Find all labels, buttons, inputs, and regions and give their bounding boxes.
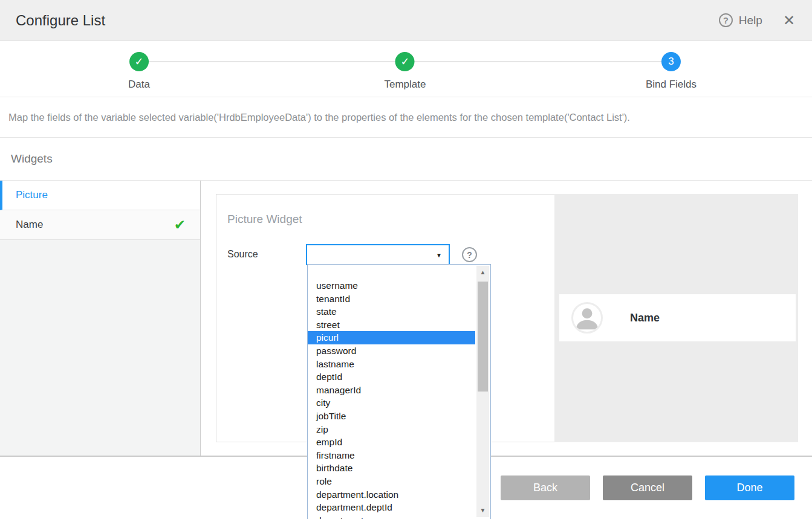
dropdown-option[interactable]: username	[308, 279, 475, 292]
mapped-check-icon: ✔	[174, 217, 186, 233]
dropdown-option[interactable]: city	[308, 396, 475, 410]
widgets-sidebar: Picture Name ✔	[0, 181, 201, 456]
help-link[interactable]: Help	[739, 14, 762, 27]
dropdown-option[interactable]: birthdate	[308, 462, 475, 475]
done-button[interactable]: Done	[705, 475, 794, 500]
dropdown-option[interactable]: empId	[308, 436, 475, 449]
dropdown-option[interactable]: street	[308, 318, 475, 332]
step-bind-fields[interactable]: 3 Bind Fields	[646, 52, 697, 91]
dropdown-option[interactable]: password	[308, 344, 475, 358]
wizard-steps: ✓ Data ✓ Template 3 Bind Fields	[0, 41, 812, 97]
cancel-button[interactable]: Cancel	[603, 475, 692, 500]
step-complete-icon: ✓	[129, 52, 149, 71]
dropdown-option[interactable]: firstname	[308, 449, 475, 462]
close-icon[interactable]: ✕	[783, 13, 795, 28]
sidebar-item-picture[interactable]: Picture	[0, 181, 200, 210]
widget-form-title: Picture Widget	[227, 213, 544, 226]
dropdown-option[interactable]: zip	[308, 423, 475, 436]
sidebar-item-label: Name	[16, 219, 43, 231]
step-complete-icon: ✓	[395, 52, 415, 71]
dropdown-scrollbar[interactable]: ▲ ▼	[476, 266, 489, 517]
step-label: Data	[128, 79, 150, 91]
template-preview-panel: Name	[554, 194, 798, 442]
dropdown-option[interactable]: state	[308, 305, 475, 318]
scroll-down-icon[interactable]: ▼	[476, 506, 489, 515]
source-dropdown-list: username tenantId state street picurl pa…	[307, 264, 491, 519]
mapping-description: Map the fields of the variable selected …	[0, 97, 812, 138]
dropdown-option[interactable]: managerId	[308, 384, 475, 397]
back-button[interactable]: Back	[501, 475, 590, 500]
dialog-header: Configure List ? Help ✕	[0, 0, 812, 41]
chevron-down-icon: ▼	[436, 251, 442, 258]
source-help-icon[interactable]: ?	[462, 247, 477, 262]
step-template[interactable]: ✓ Template	[385, 52, 426, 91]
dropdown-option[interactable]: jobTitle	[308, 410, 475, 423]
sidebar-item-name[interactable]: Name ✔	[0, 210, 200, 240]
dropdown-option[interactable]: department.location	[308, 488, 475, 501]
dropdown-option[interactable]: tenantId	[308, 292, 475, 306]
dropdown-option-selected[interactable]: picurl	[308, 331, 475, 344]
step-number-badge: 3	[661, 52, 681, 71]
dropdown-option[interactable]: role	[308, 475, 475, 488]
avatar-placeholder-icon	[571, 302, 603, 334]
widget-config-panel: Picture Widget Source ▼ ?	[201, 181, 812, 456]
dropdown-option[interactable]: department.deptId	[308, 501, 475, 514]
source-select[interactable]: ▼	[306, 244, 450, 265]
step-label: Bind Fields	[646, 79, 697, 91]
preview-name-label: Name	[630, 312, 660, 324]
contact-list-preview-card: Name	[559, 294, 796, 341]
sidebar-item-label: Picture	[16, 189, 48, 201]
scroll-up-icon[interactable]: ▲	[476, 268, 489, 277]
help-icon[interactable]: ?	[719, 13, 733, 27]
step-data[interactable]: ✓ Data	[128, 52, 150, 91]
step-label: Template	[385, 79, 426, 91]
dropdown-option[interactable]: lastname	[308, 358, 475, 371]
dropdown-option[interactable]: department.name	[308, 514, 475, 519]
dialog-title: Configure List	[16, 12, 105, 29]
dropdown-option[interactable]: deptId	[308, 370, 475, 384]
widgets-section-title: Widgets	[0, 138, 812, 181]
source-field-label: Source	[227, 244, 306, 260]
scrollbar-thumb[interactable]	[478, 282, 488, 392]
